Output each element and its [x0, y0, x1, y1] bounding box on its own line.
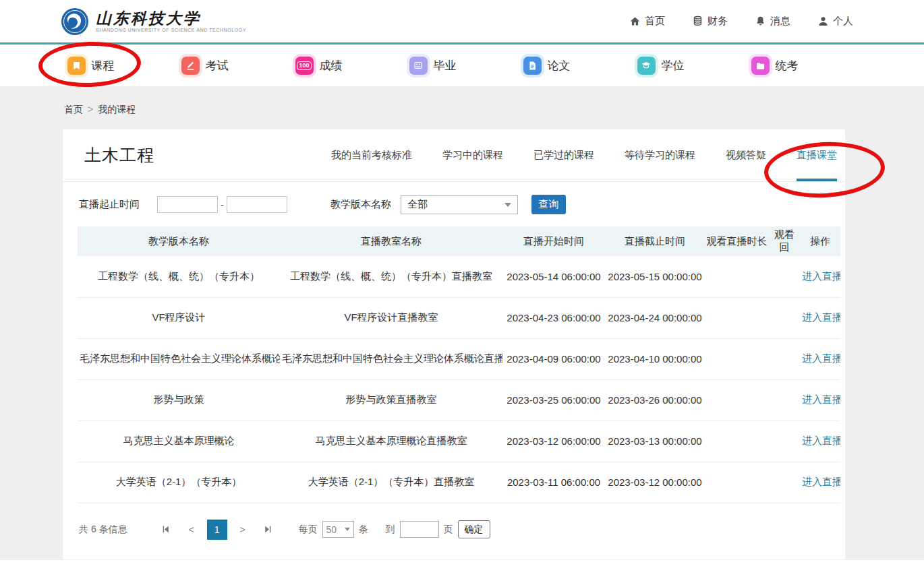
top-nav-messages[interactable]: 消息 — [755, 15, 790, 28]
cell-end: 2023-04-10 00:00:00 — [605, 338, 705, 379]
tab-video-qa[interactable]: 视频答疑 — [726, 129, 766, 181]
tab-learning-courses[interactable]: 学习中的课程 — [442, 129, 503, 181]
tab-finished-courses[interactable]: 已学过的课程 — [533, 129, 594, 181]
breadcrumb-home[interactable]: 首页 — [64, 104, 83, 116]
cell-end: 2023-03-26 00:00:00 — [605, 379, 705, 420]
top-nav-label: 财务 — [708, 15, 728, 28]
cell-version: VF程序设计 — [78, 297, 280, 338]
col-replay-header: 观看回 — [769, 226, 800, 256]
university-name-en: SHANDONG UNIVERSITY OF SCIENCE AND TECHN… — [96, 28, 246, 32]
top-nav-profile[interactable]: 个人 — [817, 15, 853, 28]
active-nav-indicator — [71, 83, 101, 86]
nav-item-unified-exam[interactable]: 统考 — [718, 44, 832, 86]
cell-duration — [705, 338, 769, 379]
col-action-header: 操作 — [800, 226, 840, 256]
filter-row: 直播起止时间 - 教学版本名称 全部 查询 — [63, 182, 845, 225]
enter-live-link[interactable]: 进入直播 — [802, 352, 840, 364]
nav-item-thesis[interactable]: 论文 — [490, 44, 604, 86]
nav-item-courses[interactable]: 课程 — [34, 44, 148, 86]
pagination: 共 6 条信息 < 1 > 每页 50 条 到 页 确 — [63, 503, 845, 540]
live-table-body: 工程数学（线、概、统）（专升本）工程数学（线、概、统）（专升本）直播教室2023… — [78, 256, 840, 503]
cell-start: 2023-03-25 06:00:00 — [502, 379, 605, 420]
cell-end: 2023-03-12 00:00:00 — [605, 462, 705, 503]
content-area: 首页 > 我的课程 土木工程 我的当前考核标准 学习中的课程 已学过的课程 等待… — [0, 86, 924, 560]
per-page-suffix-label: 条 — [359, 524, 368, 536]
cell-version: 毛泽东思想和中国特色社会主义理论体系概论 — [78, 338, 280, 379]
coins-icon — [692, 15, 703, 27]
cell-room: 形势与政策直播教室 — [280, 379, 502, 420]
score-glyph: 100 — [297, 61, 311, 70]
goto-page-input[interactable] — [400, 521, 439, 538]
nav-item-label: 课程 — [92, 58, 115, 73]
nav-item-degree[interactable]: 学位 — [604, 44, 718, 86]
cell-start: 2023-05-14 06:00:00 — [502, 256, 605, 297]
cell-end: 2023-04-24 00:00:00 — [605, 297, 705, 338]
cell-end: 2023-03-13 00:00:00 — [605, 420, 705, 462]
per-page-prefix-label: 每页 — [299, 524, 318, 536]
panel-header: 土木工程 我的当前考核标准 学习中的课程 已学过的课程 等待学习的课程 视频答疑… — [63, 129, 845, 182]
cell-end: 2023-05-15 00:00:00 — [605, 256, 705, 297]
tab-waiting-courses[interactable]: 等待学习的课程 — [625, 129, 695, 181]
tab-live-classroom[interactable]: 直播课堂 — [797, 129, 837, 181]
cell-replay — [769, 462, 800, 503]
cell-replay — [769, 338, 800, 379]
nav-item-grades[interactable]: 100 成绩 — [262, 44, 376, 86]
cell-action: 进入直播 — [800, 379, 840, 420]
table-row: 马克思主义基本原理概论马克思主义基本原理概论直播教室2023-03-12 06:… — [78, 420, 840, 462]
next-page-button[interactable]: > — [230, 524, 256, 535]
version-name-label: 教学版本名称 — [330, 198, 391, 211]
unified-exam-folder-icon — [751, 57, 770, 75]
enter-live-link[interactable]: 进入直播 — [802, 311, 840, 323]
nav-item-exams[interactable]: 考试 — [148, 44, 262, 86]
version-select[interactable]: 全部 — [401, 195, 518, 214]
enter-live-link[interactable]: 进入直播 — [802, 270, 840, 282]
bell-icon — [755, 15, 766, 27]
nav-item-label: 毕业 — [434, 58, 457, 73]
tab-assessment-standard[interactable]: 我的当前考核标准 — [331, 129, 412, 181]
confirm-button[interactable]: 确定 — [458, 520, 490, 538]
cell-version: 形势与政策 — [78, 379, 280, 420]
table-row: 形势与政策形势与政策直播教室2023-03-25 06:00:002023-03… — [78, 379, 840, 420]
top-nav: 首页 财务 消息 个人 — [629, 15, 853, 28]
university-emblem-icon — [61, 7, 89, 36]
per-page-select[interactable]: 50 — [322, 521, 354, 538]
cell-duration — [705, 420, 769, 462]
cell-start: 2023-04-09 06:00:00 — [502, 338, 605, 379]
live-time-from-input[interactable] — [157, 196, 218, 213]
university-name: 山东科技大学 SHANDONG UNIVERSITY OF SCIENCE AN… — [96, 10, 246, 32]
col-end-header: 直播截止时间 — [605, 226, 705, 256]
col-start-header: 直播开始时间 — [502, 226, 605, 256]
breadcrumb: 首页 > 我的课程 — [0, 86, 924, 129]
current-page-button[interactable]: 1 — [207, 520, 227, 540]
cell-version: 马克思主义基本原理概论 — [78, 420, 280, 462]
tab-bar: 我的当前考核标准 学习中的课程 已学过的课程 等待学习的课程 视频答疑 直播课堂 — [331, 129, 837, 181]
cell-duration — [705, 462, 769, 503]
col-version-header: 教学版本名称 — [78, 226, 280, 256]
col-duration-header: 观看直播时长 — [705, 226, 769, 256]
live-table-wrap: 教学版本名称 直播教室名称 直播开始时间 直播截止时间 观看直播时长 观看回 操… — [78, 226, 830, 503]
enter-live-link[interactable]: 进入直播 — [802, 394, 840, 405]
nav-item-graduation[interactable]: 毕业 — [376, 44, 490, 86]
top-nav-home[interactable]: 首页 — [629, 15, 665, 28]
enter-live-link[interactable]: 进入直播 — [802, 435, 840, 446]
main-nav: 课程 考试 100 成绩 毕业 论文 学位 统考 — [0, 44, 924, 86]
table-row: 大学英语（2-1）（专升本）大学英语（2-1）（专升本）直播教室2023-03-… — [78, 462, 840, 503]
enter-live-link[interactable]: 进入直播 — [802, 476, 840, 487]
first-page-icon[interactable] — [153, 525, 179, 534]
top-nav-finance[interactable]: 财务 — [692, 15, 728, 28]
nav-item-label: 考试 — [206, 58, 229, 73]
cell-action: 进入直播 — [800, 338, 840, 379]
goto-page-group: 到 页 确定 — [386, 520, 490, 538]
version-select-value: 全部 — [407, 198, 504, 211]
cell-action: 进入直播 — [800, 256, 840, 297]
cell-duration — [705, 297, 769, 338]
university-name-zh: 山东科技大学 — [96, 10, 246, 26]
top-nav-label: 消息 — [770, 15, 790, 28]
last-page-icon[interactable] — [256, 525, 281, 534]
live-time-to-input[interactable] — [227, 196, 287, 213]
person-icon — [817, 15, 829, 27]
query-button[interactable]: 查询 — [531, 195, 566, 214]
cell-replay — [769, 420, 800, 462]
per-page-value: 50 — [326, 524, 337, 535]
prev-page-button[interactable]: < — [179, 524, 204, 535]
